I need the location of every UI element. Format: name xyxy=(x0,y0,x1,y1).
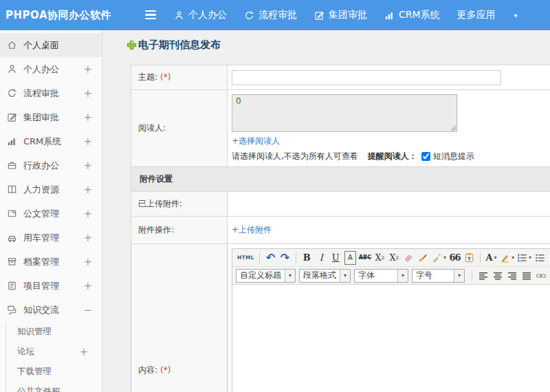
align-left-button[interactable] xyxy=(477,269,489,283)
subscript-button[interactable]: X2 xyxy=(388,251,400,265)
font-name-button[interactable]: A xyxy=(344,251,356,265)
sidebar-item-group-approval[interactable]: 集团审批 + xyxy=(0,105,102,129)
top-header: PHPOA协同办公软件 个人办公 流程审批 集团审批 CRM系统 更多应用 xyxy=(0,0,550,30)
expand-toggle[interactable]: + xyxy=(83,256,92,268)
expand-toggle[interactable]: − xyxy=(83,304,92,316)
unordered-list-button[interactable] xyxy=(534,251,546,265)
sidebar-item-label: 个人办公 xyxy=(23,63,59,76)
form-row-attachment-action: 附件操作: +上传附件 xyxy=(131,217,550,244)
blockquote-button[interactable]: 66 xyxy=(449,251,461,265)
redo-button[interactable]: ↷ xyxy=(279,251,291,265)
align-center-icon xyxy=(492,270,503,281)
hamburger-menu-icon[interactable] xyxy=(145,10,156,20)
document-icon xyxy=(7,208,17,219)
sidebar-subitem-knowledge-mgmt[interactable]: 知识管理 xyxy=(6,322,102,342)
sidebar-item-label: 项目管理 xyxy=(23,280,59,292)
nav-item-personal-office[interactable]: 个人办公 xyxy=(174,9,227,21)
sidebar-item-personal-desktop[interactable]: 个人桌面 xyxy=(0,33,102,57)
sms-remind-checkbox[interactable] xyxy=(421,152,430,161)
expand-toggle[interactable]: + xyxy=(83,184,92,196)
sidebar-item-vehicle-mgmt[interactable]: 用车管理 + xyxy=(0,226,102,250)
sidebar-item-label: 个人桌面 xyxy=(23,39,59,52)
chevron-down-icon: ▾ xyxy=(494,254,497,261)
remind-readers-label: 提醒阅读人： xyxy=(368,151,417,162)
superscript-button[interactable]: X2 xyxy=(374,251,386,265)
sidebar-item-label: 知识交流 xyxy=(23,304,59,316)
nav-item-more-apps[interactable]: 更多应用 xyxy=(457,9,496,21)
paragraph-select[interactable]: 段落格式▾ xyxy=(299,269,351,283)
italic-button[interactable]: I xyxy=(316,251,327,265)
uploaded-label: 已上传附件: xyxy=(138,199,182,208)
attachment-action-label-cell: 附件操作: xyxy=(131,217,228,244)
select-readers-link[interactable]: +选择阅读人 xyxy=(232,136,280,146)
nav-item-crm[interactable]: CRM系统 xyxy=(384,9,440,21)
undo-button[interactable]: ↶ xyxy=(265,251,276,265)
nav-item-group-approval[interactable]: 集团审批 xyxy=(314,9,367,21)
chevron-down-icon: ▾ xyxy=(512,254,514,261)
highlighter-icon xyxy=(500,252,510,263)
align-right-button[interactable] xyxy=(506,269,518,283)
sidebar-item-label: CRM系统 xyxy=(23,135,61,148)
expand-toggle[interactable]: + xyxy=(83,111,92,124)
heading-select-value: 自定义标题 xyxy=(236,270,285,282)
sidebar-item-process-approval[interactable]: 流程审批 + xyxy=(0,81,102,105)
content-value-cell: HTML ↶ ↷ B I U A ABC X2 X2 xyxy=(228,244,550,392)
sidebar-item-admin-office[interactable]: 行政办公 + xyxy=(0,153,102,177)
align-justify-button[interactable] xyxy=(520,269,532,283)
expand-toggle[interactable]: + xyxy=(83,87,92,100)
bullet-list-icon xyxy=(535,252,545,263)
insert-link-button[interactable] xyxy=(535,269,547,283)
sidebar-item-project-mgmt[interactable]: 项目管理 + xyxy=(0,274,102,298)
editor-content-area[interactable] xyxy=(232,285,550,392)
expand-toggle[interactable]: + xyxy=(83,280,92,292)
subject-label: 主题: xyxy=(138,72,157,82)
sidebar-item-archive-mgmt[interactable]: 档案管理 + xyxy=(0,250,102,274)
paste-plain-button[interactable] xyxy=(463,251,475,265)
autoformat-dropdown[interactable]: ▾ xyxy=(432,251,446,265)
bold-button[interactable]: B xyxy=(301,251,313,265)
format-painter-button[interactable] xyxy=(417,251,429,265)
expand-toggle[interactable]: + xyxy=(79,346,88,358)
remove-format-button[interactable] xyxy=(403,251,415,265)
readers-textarea[interactable]: 0 xyxy=(232,94,457,132)
sidebar-subitem-forum[interactable]: 论坛 + xyxy=(6,342,102,362)
sms-remind-label: 短消息提示 xyxy=(433,151,474,162)
size-select[interactable]: 字号▾ xyxy=(412,269,465,283)
expand-toggle[interactable]: + xyxy=(83,63,92,76)
sidebar-item-document-mgmt[interactable]: 公文管理 + xyxy=(0,202,102,226)
chevron-down-icon: ▾ xyxy=(285,270,295,282)
sidebar-item-crm[interactable]: CRM系统 + xyxy=(0,129,102,153)
required-mark: (*) xyxy=(160,72,170,82)
car-icon xyxy=(7,232,17,243)
align-center-button[interactable] xyxy=(492,269,503,283)
font-color-dropdown[interactable]: A▾ xyxy=(485,251,497,265)
sidebar-item-knowledge-exchange[interactable]: 知识交流 − xyxy=(0,298,102,322)
expand-toggle[interactable]: + xyxy=(83,232,92,244)
font-select[interactable]: 字体▾ xyxy=(354,269,408,283)
underline-button[interactable]: U xyxy=(330,251,342,265)
more-apps-caret[interactable]: ▾ xyxy=(513,12,518,19)
sidebar-item-personal-office[interactable]: 个人办公 + xyxy=(0,57,102,81)
nav-item-process-approval[interactable]: 流程审批 xyxy=(244,9,297,21)
paragraph-select-value: 段落格式 xyxy=(300,270,340,282)
expand-toggle[interactable]: + xyxy=(83,160,92,172)
sidebar-subitem-download-mgmt[interactable]: 下载管理 xyxy=(6,362,102,382)
expand-toggle[interactable]: + xyxy=(83,135,92,148)
chevron-down-icon: ▾ xyxy=(514,12,518,19)
form-row-content: 内容:(*) HTML ↶ ↷ B I U xyxy=(131,244,550,392)
subject-input[interactable] xyxy=(232,70,501,85)
html-source-button[interactable]: HTML xyxy=(237,251,254,265)
strikethrough-button[interactable]: ABC xyxy=(359,251,371,265)
highlight-color-dropdown[interactable]: ▾ xyxy=(500,251,514,265)
align-justify-icon xyxy=(521,270,532,281)
expand-toggle[interactable]: + xyxy=(83,208,92,220)
ordered-list-dropdown[interactable]: ▾ xyxy=(517,251,531,265)
heading-select[interactable]: 自定义标题▾ xyxy=(236,269,296,283)
chevron-down-icon: ▾ xyxy=(443,254,446,261)
home-icon xyxy=(7,40,17,50)
sidebar-subitem-public-cabinet[interactable]: 公共文件柜 xyxy=(6,382,102,392)
sup-base: X xyxy=(375,253,382,263)
sidebar-item-hr[interactable]: 人力资源 + xyxy=(0,177,102,202)
clipboard-icon xyxy=(464,252,474,263)
upload-attachment-link[interactable]: +上传附件 xyxy=(232,225,272,235)
